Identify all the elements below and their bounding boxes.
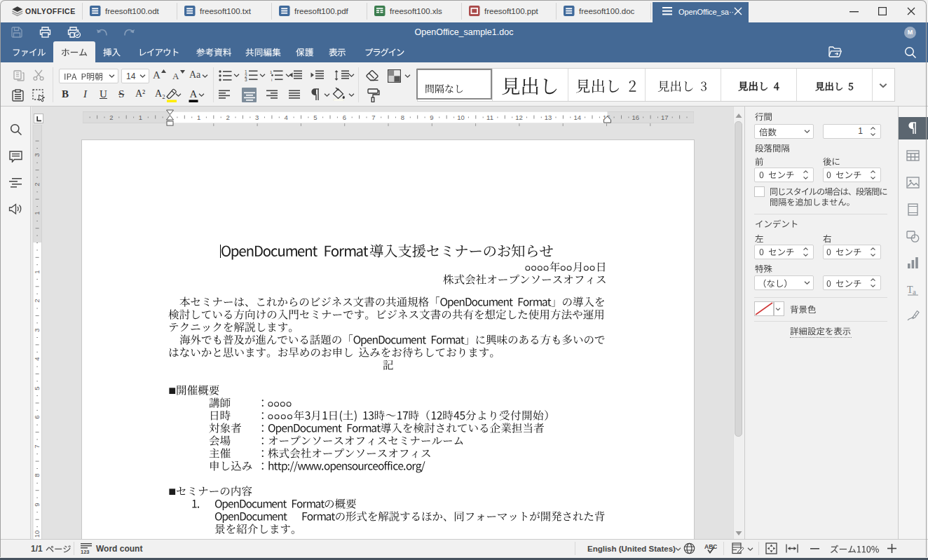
svg-text:4: 4 bbox=[285, 114, 288, 121]
svg-text:123: 123 bbox=[81, 549, 90, 554]
svg-text:1: 1 bbox=[270, 70, 273, 74]
svg-text:9: 9 bbox=[430, 114, 433, 121]
svg-text:5: 5 bbox=[313, 114, 317, 121]
svg-text:1: 1 bbox=[197, 114, 200, 121]
svg-text:3: 3 bbox=[245, 77, 247, 81]
svg-text:16: 16 bbox=[632, 114, 640, 121]
svg-text:2: 2 bbox=[226, 114, 229, 121]
svg-text:3: 3 bbox=[33, 153, 41, 156]
svg-text:3: 3 bbox=[33, 328, 41, 332]
svg-text:1: 1 bbox=[33, 270, 41, 273]
svg-text:14: 14 bbox=[573, 114, 581, 121]
svg-text:13: 13 bbox=[545, 114, 552, 121]
svg-text:5: 5 bbox=[33, 386, 41, 390]
svg-text:7: 7 bbox=[33, 444, 41, 448]
svg-text:1: 1 bbox=[33, 211, 41, 214]
svg-text:12: 12 bbox=[515, 114, 523, 121]
svg-text:6: 6 bbox=[343, 114, 346, 121]
svg-text:2: 2 bbox=[109, 114, 113, 121]
svg-text:11: 11 bbox=[486, 114, 493, 121]
svg-text:a: a bbox=[913, 287, 916, 296]
svg-text:4: 4 bbox=[33, 357, 41, 360]
svg-text:10: 10 bbox=[457, 114, 465, 121]
svg-text:7: 7 bbox=[371, 114, 375, 121]
svg-text:A: A bbox=[190, 88, 198, 100]
svg-text:i: i bbox=[271, 78, 272, 81]
svg-text:2: 2 bbox=[33, 299, 41, 302]
svg-text:3: 3 bbox=[255, 114, 259, 121]
svg-text:1: 1 bbox=[139, 114, 142, 121]
svg-text:10: 10 bbox=[33, 531, 41, 538]
svg-text:17: 17 bbox=[661, 114, 669, 121]
svg-text:2: 2 bbox=[33, 182, 41, 186]
svg-text:8: 8 bbox=[33, 473, 41, 477]
svg-text:ABC: ABC bbox=[704, 543, 717, 550]
svg-text:9: 9 bbox=[33, 503, 41, 506]
svg-text:6: 6 bbox=[33, 415, 41, 418]
svg-text:8: 8 bbox=[401, 114, 404, 121]
